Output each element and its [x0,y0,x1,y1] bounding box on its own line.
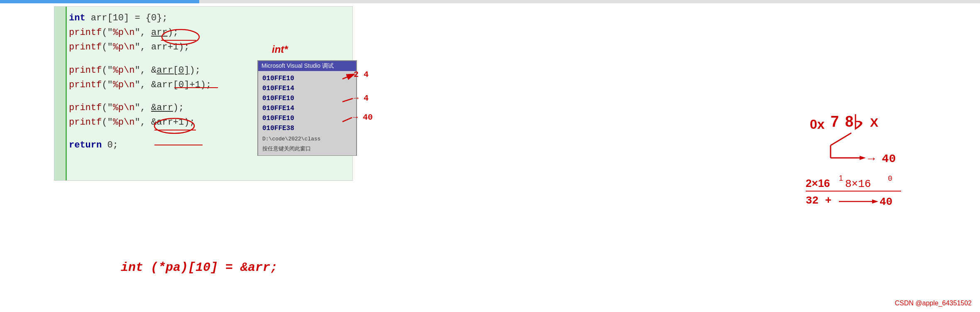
svg-text:40: 40 [880,196,892,208]
right-handwritten-math: 0x 7 8 X → 40 2×16 1 8×16 0 32 + 40 [802,104,959,303]
bottom-formula: int (*pa)[10] = &arr; [54,260,345,275]
debug-line-6: 010FFE38 [262,123,352,133]
svg-text:2 4: 2 4 [354,70,369,79]
svg-text:X: X [870,115,878,129]
code-line-9: printf("%p\n", &arr+1); [69,115,211,130]
code-content: int arr[10] = {0}; printf("%p\n", arr); … [69,11,211,153]
svg-line-16 [831,133,851,145]
code-line-5: printf("%p\n", &arr[0]); [69,63,211,78]
debug-line-1: 010FFE10 [262,74,352,84]
debug-line-3: 010FFE10 [262,93,352,103]
svg-text:8×16: 8×16 [845,178,871,190]
code-line-1: int arr[10] = {0}; [69,11,211,25]
svg-text:0: 0 [888,174,892,183]
debug-line-2: 010FFE14 [262,84,352,93]
svg-text:8: 8 [845,113,853,130]
code-line-2: printf("%p\n", arr); [69,25,211,40]
code-line-3: printf("%p\n", arr+1); [69,40,211,54]
svg-text:1: 1 [839,174,843,182]
code-line-6: printf("%p\n", &arr[0]+1); [69,78,211,92]
line-numbers [54,7,67,180]
code-line-11: return 0; [69,138,211,152]
annotation-intstar-1: int* [272,44,288,55]
svg-text:2×16: 2×16 [806,177,830,189]
debug-path: D:\code\2022\class [262,135,352,143]
svg-text:→ 40: → 40 [353,113,373,122]
code-line-8: printf("%p\n", &arr); [69,101,211,115]
svg-text:→ 4: → 4 [354,93,369,103]
svg-text:32 +: 32 + [806,194,831,207]
progress-fill [0,0,199,3]
csdn-watermark: CSDN @apple_64351502 [895,300,972,307]
svg-text:7: 7 [831,113,839,130]
svg-text:→ 40: → 40 [868,152,896,165]
svg-marker-28 [872,199,878,204]
debug-annotations-svg: 2 4 → 4 → 40 [340,60,423,156]
debug-prompt: 按任意键关闭此窗口 [262,145,352,153]
svg-marker-19 [860,156,866,160]
progress-bar [0,0,980,3]
debug-line-4: 010FFE14 [262,103,352,113]
svg-text:0x: 0x [810,117,825,132]
debug-line-5: 010FFE10 [262,113,352,123]
